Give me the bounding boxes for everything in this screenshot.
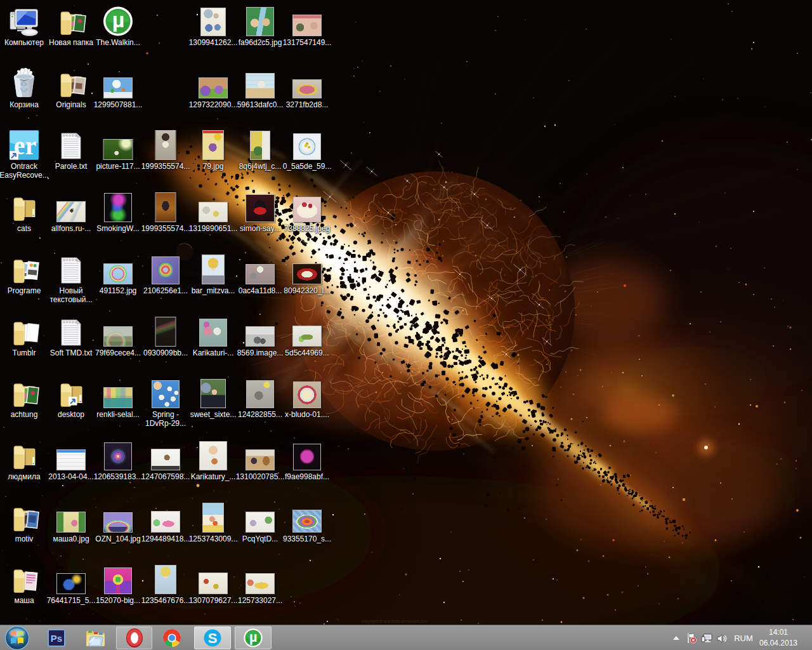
svg-text:S: S [208, 630, 218, 646]
svg-text:µ: µ [112, 8, 125, 32]
svg-text:µ: µ [249, 629, 258, 645]
svg-text:copyright sharandula.deviantar: copyright sharandula.deviantart.com [362, 619, 428, 624]
